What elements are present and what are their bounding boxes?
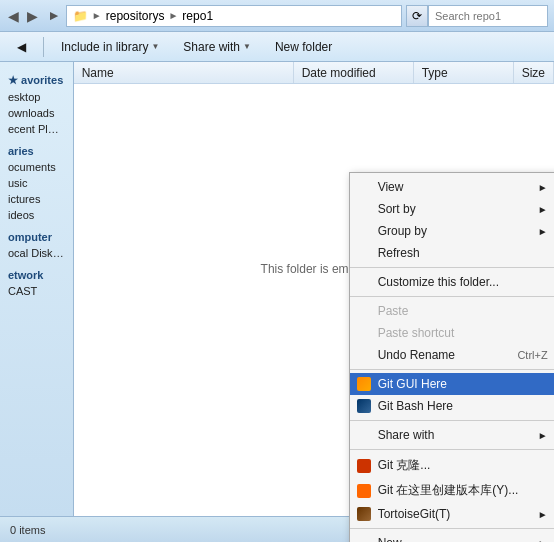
ctx-view[interactable]: View ► bbox=[350, 176, 554, 198]
include-library-label: Include in library bbox=[61, 40, 148, 54]
ctx-sep-2 bbox=[350, 296, 554, 297]
ctx-customize[interactable]: Customize this folder... bbox=[350, 271, 554, 293]
ctx-paste-shortcut-label: Paste shortcut bbox=[378, 326, 455, 340]
tortoise-icon bbox=[356, 506, 372, 522]
ctx-git-create[interactable]: Git 在这里创建版本库(Y)... bbox=[350, 478, 554, 503]
ctx-git-bash[interactable]: Git Bash Here bbox=[350, 395, 554, 417]
ctx-customize-label: Customize this folder... bbox=[378, 275, 499, 289]
sidebar: ★ avorites esktop ownloads ecent Places … bbox=[0, 62, 74, 516]
col-size[interactable]: Size bbox=[514, 62, 554, 83]
ctx-undo-label: Undo Rename bbox=[378, 348, 455, 362]
ctx-new[interactable]: New ► bbox=[350, 532, 554, 542]
ctx-tortoise[interactable]: TortoiseGit(T) ► bbox=[350, 503, 554, 525]
include-library-arrow: ▼ bbox=[151, 42, 159, 51]
ctx-refresh-label: Refresh bbox=[378, 246, 420, 260]
sidebar-item-documents[interactable]: ocuments bbox=[0, 159, 73, 175]
sidebar-item-music[interactable]: usic bbox=[0, 175, 73, 191]
ctx-view-arrow: ► bbox=[538, 182, 548, 193]
back-toolbar-button[interactable]: ◀ bbox=[8, 35, 35, 59]
sidebar-item-recent[interactable]: ecent Places bbox=[0, 121, 73, 137]
sidebar-header-favorites: ★ avorites bbox=[0, 72, 73, 89]
column-headers: Name Date modified Type Size bbox=[74, 62, 554, 84]
ctx-undo-rename[interactable]: Undo Rename Ctrl+Z bbox=[350, 344, 554, 366]
share-with-label: Share with bbox=[183, 40, 240, 54]
refresh-button[interactable]: ⟳ bbox=[406, 5, 428, 27]
col-type[interactable]: Type bbox=[414, 62, 514, 83]
ctx-paste-label: Paste bbox=[378, 304, 409, 318]
ctx-git-bash-label: Git Bash Here bbox=[378, 399, 453, 413]
git-bash-icon bbox=[356, 398, 372, 414]
breadcrumb-part1[interactable]: repositorys bbox=[106, 9, 165, 23]
title-bar-left: ◀ ▶ ▼ 📁 ► repositorys ► repo1 ⟳ bbox=[6, 5, 428, 27]
context-menu: View ► Sort by ► Group by ► Refresh Cust… bbox=[349, 172, 554, 542]
col-date-modified[interactable]: Date modified bbox=[294, 62, 414, 83]
git-clone-icon bbox=[356, 458, 372, 474]
toolbar-divider-1 bbox=[43, 37, 44, 57]
ctx-view-label: View bbox=[378, 180, 404, 194]
new-folder-button[interactable]: New folder bbox=[266, 35, 341, 59]
ctx-undo-shortcut: Ctrl+Z bbox=[517, 349, 547, 361]
ctx-sort-by[interactable]: Sort by ► bbox=[350, 198, 554, 220]
ctx-git-clone[interactable]: Git 克隆... bbox=[350, 453, 554, 478]
file-area: Name Date modified Type Size This folder… bbox=[74, 62, 554, 516]
ctx-tortoise-label: TortoiseGit(T) bbox=[378, 507, 451, 521]
col-name[interactable]: Name bbox=[74, 62, 294, 83]
breadcrumb-part2[interactable]: repo1 bbox=[182, 9, 213, 23]
sidebar-header-computer: omputer bbox=[0, 229, 73, 245]
git-gui-icon bbox=[356, 376, 372, 392]
ctx-sep-5 bbox=[350, 449, 554, 450]
ctx-new-arrow: ► bbox=[538, 538, 548, 543]
forward-button[interactable]: ▶ bbox=[25, 6, 40, 26]
share-with-button[interactable]: Share with ▼ bbox=[174, 35, 260, 59]
share-with-arrow: ▼ bbox=[243, 42, 251, 51]
ctx-sep-4 bbox=[350, 420, 554, 421]
ctx-sort-arrow: ► bbox=[538, 204, 548, 215]
git-create-icon bbox=[356, 483, 372, 499]
toolbar: ◀ Include in library ▼ Share with ▼ New … bbox=[0, 32, 554, 62]
sidebar-item-local-disk[interactable]: ocal Disk (C:) bbox=[0, 245, 73, 261]
ctx-group-by[interactable]: Group by ► bbox=[350, 220, 554, 242]
main-layout: ★ avorites esktop ownloads ecent Places … bbox=[0, 62, 554, 516]
ctx-share-label: Share with bbox=[378, 428, 435, 442]
sidebar-item-pictures[interactable]: ictures bbox=[0, 191, 73, 207]
ctx-refresh[interactable]: Refresh bbox=[350, 242, 554, 264]
ctx-git-gui[interactable]: Git GUI Here bbox=[350, 373, 554, 395]
ctx-new-label: New bbox=[378, 536, 402, 542]
sidebar-item-cast[interactable]: CAST bbox=[0, 283, 73, 299]
ctx-git-create-label: Git 在这里创建版本库(Y)... bbox=[378, 482, 519, 499]
sidebar-item-videos[interactable]: ideos bbox=[0, 207, 73, 223]
ctx-git-clone-label: Git 克隆... bbox=[378, 457, 431, 474]
sidebar-item-downloads[interactable]: ownloads bbox=[0, 105, 73, 121]
back-icon: ◀ bbox=[17, 40, 26, 54]
back-button[interactable]: ◀ bbox=[6, 6, 21, 26]
ctx-paste-shortcut: Paste shortcut bbox=[350, 322, 554, 344]
breadcrumb-folder-icon: 📁 bbox=[73, 9, 88, 23]
ctx-sep-1 bbox=[350, 267, 554, 268]
ctx-sort-label: Sort by bbox=[378, 202, 416, 216]
new-folder-label: New folder bbox=[275, 40, 332, 54]
ctx-share-with[interactable]: Share with ► bbox=[350, 424, 554, 446]
ctx-tortoise-arrow: ► bbox=[538, 509, 548, 520]
search-input[interactable] bbox=[428, 5, 548, 27]
sidebar-item-desktop[interactable]: esktop bbox=[0, 89, 73, 105]
ctx-git-gui-label: Git GUI Here bbox=[378, 377, 447, 391]
up-button[interactable]: ▼ bbox=[43, 7, 63, 25]
ctx-sep-6 bbox=[350, 528, 554, 529]
sidebar-header-network: etwork bbox=[0, 267, 73, 283]
include-library-button[interactable]: Include in library ▼ bbox=[52, 35, 168, 59]
ctx-sep-3 bbox=[350, 369, 554, 370]
ctx-share-arrow: ► bbox=[538, 430, 548, 441]
sidebar-header-libraries: aries bbox=[0, 143, 73, 159]
title-bar: ◀ ▶ ▼ 📁 ► repositorys ► repo1 ⟳ bbox=[0, 0, 554, 32]
ctx-group-arrow: ► bbox=[538, 226, 548, 237]
items-count: 0 items bbox=[10, 524, 45, 536]
ctx-paste: Paste bbox=[350, 300, 554, 322]
breadcrumb[interactable]: 📁 ► repositorys ► repo1 bbox=[66, 5, 402, 27]
ctx-group-label: Group by bbox=[378, 224, 427, 238]
